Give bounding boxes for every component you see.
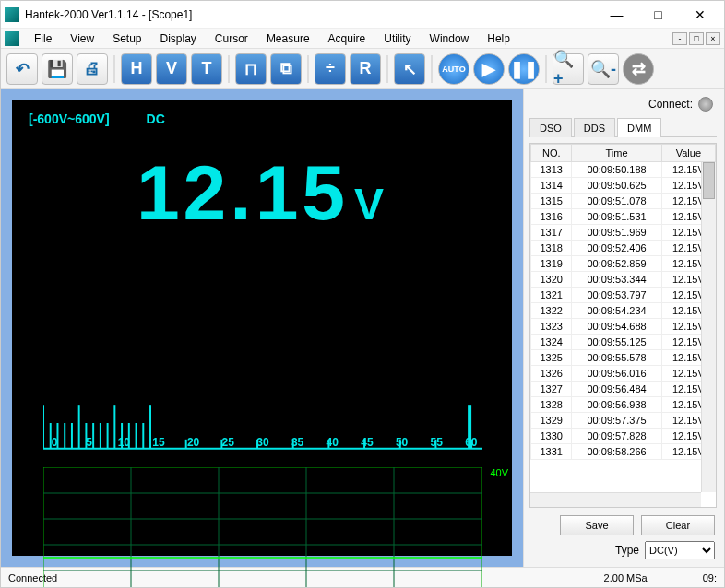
mdi-minimize-button[interactable]: - xyxy=(672,32,687,45)
col-header[interactable]: Value xyxy=(661,145,715,162)
zoom-in-icon: 🔍+ xyxy=(553,49,583,88)
menu-utility[interactable]: Utility xyxy=(374,30,420,47)
table-row[interactable]: 132700:09:56.48412.15V xyxy=(531,382,716,397)
table-row[interactable]: 132400:09:55.12512.15V xyxy=(531,335,716,350)
mdi-close-button[interactable]: × xyxy=(706,32,720,45)
mdi-restore-button[interactable]: □ xyxy=(689,32,704,45)
vscrollbar[interactable] xyxy=(701,162,716,492)
hscrollbar[interactable] xyxy=(530,492,701,507)
type-label: Type xyxy=(615,544,639,557)
table-row[interactable]: 132500:09:55.57812.15V xyxy=(531,350,716,366)
menu-measure[interactable]: Measure xyxy=(257,30,319,47)
auto-button[interactable]: AUTO xyxy=(438,53,469,85)
toolbar: ↶ 💾 🖨 H V T ⊓ ⧉ ÷ R ↖ AUTO ▶ ❚❚ 🔍+ 🔍- ⇄ xyxy=(1,49,724,89)
table-row[interactable]: 132800:09:56.93812.15V xyxy=(531,397,716,413)
save-icon: 💾 xyxy=(47,59,67,79)
maximize-button[interactable]: □ xyxy=(637,2,679,28)
math-button[interactable]: ÷ xyxy=(315,53,346,85)
tab-dds[interactable]: DDS xyxy=(574,118,615,137)
menu-file[interactable]: File xyxy=(25,30,61,47)
table-row[interactable]: 132200:09:54.23412.15V xyxy=(531,303,716,319)
col-header[interactable]: NO. xyxy=(531,145,572,162)
clear-log-button[interactable]: Clear xyxy=(641,515,715,535)
connect-led-icon xyxy=(698,97,713,112)
print-button[interactable]: 🖨 xyxy=(77,53,108,85)
range-label: [-600V~600V] xyxy=(29,112,110,126)
vertical-button[interactable]: V xyxy=(156,53,187,85)
table-row[interactable]: 131500:09:51.07812.15V xyxy=(531,194,716,209)
doc-icon xyxy=(5,31,19,46)
table-row[interactable]: 131900:09:52.85912.15V xyxy=(531,256,716,272)
save-button[interactable]: 💾 xyxy=(42,53,73,85)
horizontal-button[interactable]: H xyxy=(121,53,152,85)
svg-rect-27 xyxy=(43,467,482,588)
print-icon: 🖨 xyxy=(84,59,101,78)
menu-display[interactable]: Display xyxy=(151,30,206,47)
table-row[interactable]: 132300:09:54.68812.15V xyxy=(531,319,716,335)
cursor-button[interactable]: ↖ xyxy=(394,53,425,85)
table-row[interactable]: 132600:09:56.01612.15V xyxy=(531,366,716,382)
scope-panel: [-600V~600V] DC 12.15V 05101520253035404… xyxy=(1,89,523,567)
history-chart: 40V 0V -20-15-10-5+0 Time:(min) 09/03/20… xyxy=(43,467,482,588)
table-row[interactable]: 132000:09:53.34412.15V xyxy=(531,272,716,288)
zoom-out-button[interactable]: 🔍- xyxy=(588,53,619,85)
tab-dso[interactable]: DSO xyxy=(529,118,572,137)
scope-display: [-600V~600V] DC 12.15V 05101520253035404… xyxy=(12,100,512,556)
zoom-in-button[interactable]: 🔍+ xyxy=(553,53,584,85)
dmm-reading: 12.15V xyxy=(12,137,512,231)
tab-dmm[interactable]: DMM xyxy=(617,118,661,137)
zoom-out-icon: 🔍- xyxy=(590,59,616,79)
window-title: Hantek-2000 Ver1.1.14 - [Scope1] xyxy=(25,8,596,21)
save-log-button[interactable]: Save xyxy=(560,515,634,535)
table-row[interactable]: 131300:09:50.18812.15V xyxy=(531,162,716,178)
pause-button[interactable]: ❚❚ xyxy=(508,53,540,85)
ref-button[interactable]: R xyxy=(350,53,381,85)
menu-acquire[interactable]: Acquire xyxy=(319,30,375,47)
open-button[interactable]: ↶ xyxy=(6,53,38,85)
open-icon: ↶ xyxy=(16,59,30,79)
menu-setup[interactable]: Setup xyxy=(103,30,150,47)
table-row[interactable]: 131600:09:51.53112.15V xyxy=(531,209,716,225)
sync-button[interactable]: ⇄ xyxy=(623,53,654,85)
connect-label: Connect: xyxy=(648,98,693,111)
run-button[interactable]: ▶ xyxy=(473,53,505,85)
hist-ymax: 40V xyxy=(490,467,508,478)
wave1-button[interactable]: ⊓ xyxy=(235,53,267,85)
table-row[interactable]: 131800:09:52.40612.15V xyxy=(531,241,716,256)
table-row[interactable]: 131700:09:51.96912.15V xyxy=(531,225,716,241)
wave2-button[interactable]: ⧉ xyxy=(270,53,302,85)
table-row[interactable]: 132900:09:57.37512.15V xyxy=(531,413,716,429)
titlebar: Hantek-2000 Ver1.1.14 - [Scope1] — □ ✕ xyxy=(1,1,724,29)
menu-window[interactable]: Window xyxy=(421,30,479,47)
menubar: FileViewSetupDisplayCursorMeasureAcquire… xyxy=(1,29,724,49)
col-header[interactable]: Time xyxy=(572,145,661,162)
mode-label: DC xyxy=(147,112,165,126)
trigger-button[interactable]: T xyxy=(191,53,222,85)
app-icon xyxy=(5,7,19,22)
bargraph-scale: 051015202530354045505560 xyxy=(43,436,482,449)
status-time: 09: xyxy=(703,572,717,583)
status-sample-rate: 2.00 MSa xyxy=(604,572,648,583)
table-row[interactable]: 131400:09:50.62512.15V xyxy=(531,178,716,194)
table-row[interactable]: 133100:09:58.26612.15V xyxy=(531,444,716,460)
minimize-button[interactable]: — xyxy=(596,2,637,28)
bargraph xyxy=(43,382,482,465)
menu-view[interactable]: View xyxy=(61,30,103,47)
menu-cursor[interactable]: Cursor xyxy=(206,30,257,47)
measurement-table: NO.TimeValue 131300:09:50.18812.15V13140… xyxy=(529,143,717,508)
table-row[interactable]: 133000:09:57.82812.15V xyxy=(531,429,716,444)
close-button[interactable]: ✕ xyxy=(679,2,720,28)
side-panel: Connect: DSODDSDMM NO.TimeValue 131300:0… xyxy=(523,89,724,567)
type-select[interactable]: DC(V) xyxy=(645,541,715,559)
side-tabs: DSODDSDMM xyxy=(529,117,717,137)
table-row[interactable]: 132100:09:53.79712.15V xyxy=(531,288,716,303)
menu-help[interactable]: Help xyxy=(478,30,519,47)
